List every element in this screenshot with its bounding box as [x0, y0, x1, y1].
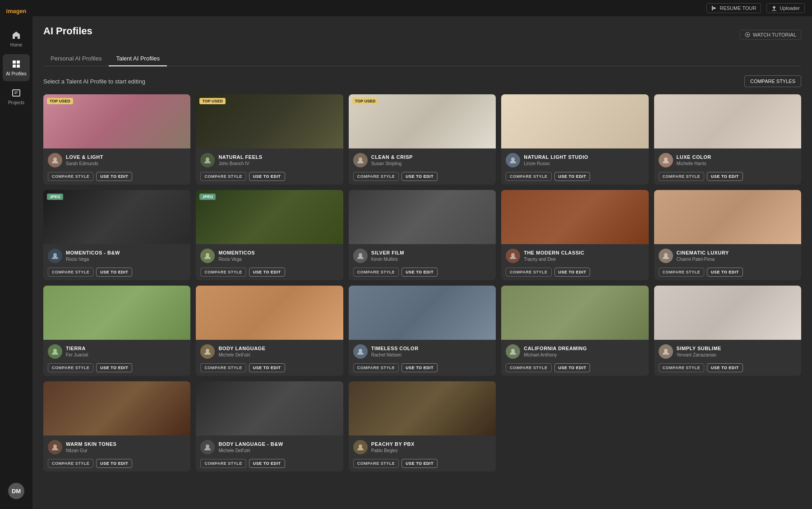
use-to-edit-button-cinematic[interactable]: USE TO EDIT — [707, 268, 743, 277]
card-avatar-love-light — [48, 153, 62, 167]
svg-point-23 — [53, 444, 57, 448]
card-title-timeless: TIMELESS COLOR — [371, 345, 419, 352]
card-title-natural-light: NATURAL LIGHT STUDIO — [524, 154, 588, 160]
compare-button-body-language[interactable]: COMPARE STYLE — [200, 363, 246, 372]
card-title-modern-classic: THE MODERN CLASSIC — [524, 250, 584, 256]
compare-button-timeless[interactable]: COMPARE STYLE — [353, 363, 399, 372]
profile-card-simply-sublime[interactable]: SIMPLY SUBLIME Yervant Zanazanian COMPAR… — [654, 286, 801, 376]
card-author-modern-classic: Tracey and Dee — [524, 256, 584, 262]
profile-card-timeless[interactable]: TIMELESS COLOR Rachel Nielsen COMPARE ST… — [349, 286, 496, 376]
svg-point-15 — [359, 253, 362, 257]
card-avatar-luxe-color — [659, 153, 673, 167]
profile-card-natural-light[interactable]: NATURAL LIGHT STUDIO Linzie Russo COMPAR… — [501, 94, 648, 185]
card-author-natural-light: Linzie Russo — [524, 161, 588, 167]
card-title-momenticos: MOMENTICOS — [218, 250, 255, 256]
svg-point-21 — [511, 349, 515, 352]
play-icon — [745, 32, 750, 37]
card-title-natural-feels: NATURAL FEELS — [218, 154, 262, 160]
card-author-natural-feels: John Branch IV — [218, 161, 262, 167]
use-to-edit-button-timeless[interactable]: USE TO EDIT — [401, 363, 438, 372]
compare-button-momenticos-bw[interactable]: COMPARE STYLE — [48, 268, 93, 277]
use-to-edit-button-california[interactable]: USE TO EDIT — [554, 363, 591, 372]
card-badge-momenticos: JPEG — [199, 194, 216, 200]
card-image-love-light: Top used — [43, 94, 190, 148]
compare-button-cinematic[interactable]: COMPARE STYLE — [659, 268, 704, 277]
profile-card-cinematic[interactable]: CINEMATIC LUXURY Charmi Patel-Pena COMPA… — [654, 190, 801, 280]
watch-tutorial-button[interactable]: WATCH TUTORIAL — [740, 30, 801, 40]
compare-button-california[interactable]: COMPARE STYLE — [506, 363, 551, 372]
profile-card-tierra[interactable]: TIERRA Fer Juaristi COMPARE STYLE USE TO… — [43, 286, 190, 376]
compare-button-momenticos[interactable]: COMPARE STYLE — [200, 268, 246, 277]
card-image-silver-film — [349, 190, 496, 244]
profile-card-momenticos[interactable]: JPEG MOMENTICOS Rocio Vega COMPARE STYLE… — [196, 190, 343, 280]
sidebar-item-ai-profiles[interactable]: AI Profiles — [3, 54, 30, 81]
card-title-silver-film: SILVER FILM — [371, 250, 404, 256]
card-image-warm-skin — [43, 381, 190, 435]
profile-card-clean-crisp[interactable]: Top used CLEAN & CRISP Susan Stripling C… — [349, 94, 496, 185]
compare-button-silver-film[interactable]: COMPARE STYLE — [353, 268, 399, 277]
compare-styles-button[interactable]: COMPARE STYLES — [744, 75, 801, 87]
card-author-momenticos: Rocio Vega — [218, 256, 255, 262]
profile-card-warm-skin[interactable]: WARM SKIN TONES Nitzan Gur COMPARE STYLE… — [43, 381, 190, 472]
use-to-edit-button-tierra[interactable]: USE TO EDIT — [96, 363, 132, 372]
use-to-edit-button-clean-crisp[interactable]: USE TO EDIT — [401, 172, 438, 181]
card-badge-clean-crisp: Top used — [352, 98, 378, 104]
use-to-edit-button-modern-classic[interactable]: USE TO EDIT — [554, 268, 591, 277]
card-image-momenticos-bw: JPEG — [43, 190, 190, 244]
compare-button-peachy[interactable]: COMPARE STYLE — [353, 459, 399, 468]
compare-button-body-bw[interactable]: COMPARE STYLE — [200, 459, 246, 468]
compare-button-simply-sublime[interactable]: COMPARE STYLE — [659, 363, 704, 372]
uploader-button[interactable]: Uploader — [766, 3, 805, 13]
profile-card-silver-film[interactable]: SILVER FILM Kevin Mullins COMPARE STYLE … — [349, 190, 496, 280]
card-title-peachy: PEACHY BY PBX — [371, 441, 415, 447]
card-title-california: CALIFORNIA DREAMING — [524, 345, 587, 352]
user-avatar[interactable]: DM — [8, 483, 24, 499]
svg-rect-5 — [14, 92, 18, 93]
use-to-edit-button-momenticos[interactable]: USE TO EDIT — [249, 268, 285, 277]
svg-point-18 — [53, 349, 57, 352]
subtitle: Select a Talent AI Profile to start edit… — [43, 78, 145, 85]
compare-button-modern-classic[interactable]: COMPARE STYLE — [506, 268, 551, 277]
card-avatar-momenticos — [200, 249, 215, 263]
card-avatar-california — [506, 344, 520, 359]
tab-personal[interactable]: Personal AI Profiles — [43, 51, 109, 66]
use-to-edit-button-peachy[interactable]: USE TO EDIT — [401, 459, 438, 468]
use-to-edit-button-body-language[interactable]: USE TO EDIT — [249, 363, 285, 372]
profile-card-natural-feels[interactable]: Top used NATURAL FEELS John Branch IV CO… — [196, 94, 343, 185]
upload-icon — [771, 5, 777, 11]
sidebar-item-projects[interactable]: Projects — [3, 83, 30, 110]
compare-button-love-light[interactable]: COMPARE STYLE — [48, 172, 93, 181]
card-title-love-light: LOVE & LIGHT — [66, 154, 103, 160]
use-to-edit-button-momenticos-bw[interactable]: USE TO EDIT — [96, 268, 132, 277]
profile-card-modern-classic[interactable]: THE MODERN CLASSIC Tracey and Dee COMPAR… — [501, 190, 648, 280]
use-to-edit-button-natural-light[interactable]: USE TO EDIT — [554, 172, 591, 181]
compare-button-warm-skin[interactable]: COMPARE STYLE — [48, 459, 93, 468]
sidebar-item-home[interactable]: Home — [3, 25, 30, 52]
profile-card-california[interactable]: CALIFORNIA DREAMING Michael Anthony COMP… — [501, 286, 648, 376]
profile-card-love-light[interactable]: Top used LOVE & LIGHT Sarah Edmunds COMP… — [43, 94, 190, 185]
card-image-natural-feels: Top used — [196, 94, 343, 148]
tab-talent[interactable]: Talent AI Profiles — [109, 51, 167, 66]
compare-button-natural-light[interactable]: COMPARE STYLE — [506, 172, 551, 181]
card-author-cinematic: Charmi Patel-Pena — [677, 256, 729, 262]
resume-tour-button[interactable]: RESUME TOUR — [706, 3, 761, 13]
compare-button-luxe-color[interactable]: COMPARE STYLE — [659, 172, 704, 181]
use-to-edit-button-natural-feels[interactable]: USE TO EDIT — [249, 172, 285, 181]
compare-button-natural-feels[interactable]: COMPARE STYLE — [200, 172, 246, 181]
use-to-edit-button-love-light[interactable]: USE TO EDIT — [96, 172, 132, 181]
profile-card-peachy[interactable]: PEACHY BY PBX Pablo Beglez COMPARE STYLE… — [349, 381, 496, 472]
use-to-edit-button-warm-skin[interactable]: USE TO EDIT — [96, 459, 132, 468]
use-to-edit-button-luxe-color[interactable]: USE TO EDIT — [707, 172, 743, 181]
card-image-momenticos: JPEG — [196, 190, 343, 244]
compare-button-clean-crisp[interactable]: COMPARE STYLE — [353, 172, 399, 181]
profile-card-momenticos-bw[interactable]: JPEG MOMENTICOS - B&W Rocio Vega COMPARE… — [43, 190, 190, 280]
profile-card-luxe-color[interactable]: LUXE COLOR Michelle Harris COMPARE STYLE… — [654, 94, 801, 185]
card-image-peachy — [349, 381, 496, 435]
use-to-edit-button-body-bw[interactable]: USE TO EDIT — [249, 459, 285, 468]
use-to-edit-button-silver-film[interactable]: USE TO EDIT — [401, 268, 438, 277]
compare-button-tierra[interactable]: COMPARE STYLE — [48, 363, 93, 372]
profile-card-body-language[interactable]: BODY LANGUAGE Michele Dell'utri COMPARE … — [196, 286, 343, 376]
profile-card-body-bw[interactable]: BODY LANGUAGE - B&W Michele Dell'utri CO… — [196, 381, 343, 472]
use-to-edit-button-simply-sublime[interactable]: USE TO EDIT — [707, 363, 743, 372]
card-avatar-clean-crisp — [353, 153, 368, 167]
